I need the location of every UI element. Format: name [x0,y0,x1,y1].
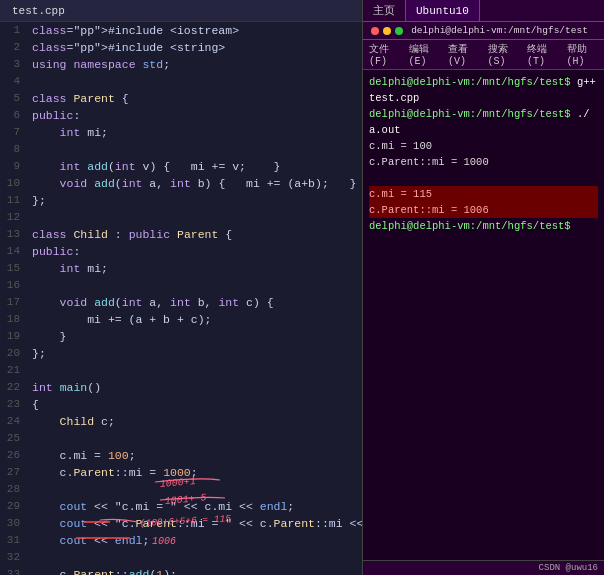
line-content: c.Parent::mi = 1000; [28,464,362,481]
menu-search[interactable]: 搜索(S) [488,42,520,67]
code-line: 16 [0,277,362,294]
line-number: 25 [0,430,28,447]
tab-filename: test.cpp [12,5,65,17]
code-line: 19 } [0,328,362,345]
line-number: 19 [0,328,28,345]
line-content [28,209,362,226]
terminal-line: delphi@delphi-vm:/mnt/hgfs/test$ ./a.out [369,106,598,138]
window-controls [371,27,403,35]
tab-ubuntu[interactable]: Ubuntu10 [406,0,480,21]
line-content: int mi; [28,124,362,141]
line-number: 26 [0,447,28,464]
line-number: 13 [0,226,28,243]
line-number: 31 [0,532,28,549]
terminal-line [369,170,598,186]
line-number: 11 [0,192,28,209]
line-number: 21 [0,362,28,379]
terminal-footer: CSDN @uwu16 [363,560,604,575]
line-content: }; [28,192,362,209]
code-line: 28 [0,481,362,498]
line-number: 28 [0,481,28,498]
line-number: 5 [0,90,28,107]
code-line: 29 cout << "c.mi = " << c.mi << endl; [0,498,362,515]
menu-help[interactable]: 帮助(H) [567,42,599,67]
line-number: 2 [0,39,28,56]
line-content: Child c; [28,413,362,430]
terminal-menu[interactable]: 文件(F) 编辑(E) 查看(V) 搜索(S) 终端(T) 帮助(H) [363,40,604,70]
code-line: 6public: [0,107,362,124]
minimize-dot[interactable] [383,27,391,35]
line-number: 18 [0,311,28,328]
line-content: c.Parent::add(1); [28,566,362,575]
code-line: 18 mi += (a + b + c); [0,311,362,328]
code-line: 30 cout << "c.Parent::mi = " << c.Parent… [0,515,362,532]
line-number: 27 [0,464,28,481]
line-content: void add(int a, int b) { mi += (a+b); } [28,175,362,192]
line-content: }; [28,345,362,362]
code-line: 12 [0,209,362,226]
line-number: 3 [0,56,28,73]
close-dot[interactable] [371,27,379,35]
terminal-title: delphi@delphi-vm:/mnt/hgfs/test [411,25,588,36]
code-line: 10 void add(int a, int b) { mi += (a+b);… [0,175,362,192]
code-area[interactable]: 1class="pp">#include <iostream>2class="p… [0,22,362,575]
line-number: 23 [0,396,28,413]
line-number: 32 [0,549,28,566]
line-content [28,549,362,566]
line-number: 29 [0,498,28,515]
line-content: class Child : public Parent { [28,226,362,243]
line-content [28,141,362,158]
line-content: { [28,396,362,413]
line-number: 1 [0,22,28,39]
line-number: 22 [0,379,28,396]
line-number: 20 [0,345,28,362]
terminal-line: c.Parent::mi = 1000 [369,154,598,170]
line-number: 33 [0,566,28,575]
line-content: cout << endl; [28,532,362,549]
code-line: 26 c.mi = 100; [0,447,362,464]
line-number: 24 [0,413,28,430]
terminal-tabs[interactable]: 主页 Ubuntu10 [363,0,604,22]
line-content [28,481,362,498]
line-number: 12 [0,209,28,226]
code-line: 4 [0,73,362,90]
code-line: 14public: [0,243,362,260]
line-content: } [28,328,362,345]
editor-panel: test.cpp 1class="pp">#include <iostream>… [0,0,362,575]
code-line: 25 [0,430,362,447]
line-number: 10 [0,175,28,192]
tab-main[interactable]: 主页 [363,0,406,21]
line-content: cout << "c.mi = " << c.mi << endl; [28,498,362,515]
code-line: 1class="pp">#include <iostream> [0,22,362,39]
code-line: 13class Child : public Parent { [0,226,362,243]
menu-view[interactable]: 查看(V) [448,42,480,67]
code-line: 8 [0,141,362,158]
terminal-line: delphi@delphi-vm:/mnt/hgfs/test$ [369,218,598,234]
line-content [28,73,362,90]
line-number: 9 [0,158,28,175]
code-line: 21 [0,362,362,379]
code-line: 17 void add(int a, int b, int c) { [0,294,362,311]
line-content [28,430,362,447]
line-content: public: [28,107,362,124]
code-line: 27 c.Parent::mi = 1000; [0,464,362,481]
line-content: int mi; [28,260,362,277]
line-number: 8 [0,141,28,158]
code-line: 22int main() [0,379,362,396]
editor-tab[interactable]: test.cpp [0,0,362,22]
terminal-line: c.mi = 100 [369,138,598,154]
code-line: 23{ [0,396,362,413]
terminal-titlebar: delphi@delphi-vm:/mnt/hgfs/test [363,22,604,40]
line-number: 16 [0,277,28,294]
menu-file[interactable]: 文件(F) [369,42,401,67]
line-content: mi += (a + b + c); [28,311,362,328]
code-line: 32 [0,549,362,566]
code-line: 33 c.Parent::add(1); [0,566,362,575]
line-content: class="pp">#include <string> [28,39,362,56]
maximize-dot[interactable] [395,27,403,35]
line-number: 4 [0,73,28,90]
terminal-body[interactable]: delphi@delphi-vm:/mnt/hgfs/test$ g++ tes… [363,70,604,560]
menu-edit[interactable]: 编辑(E) [409,42,441,67]
terminal-line: c.Parent::mi = 1006 [369,202,598,218]
menu-terminal[interactable]: 终端(T) [527,42,559,67]
